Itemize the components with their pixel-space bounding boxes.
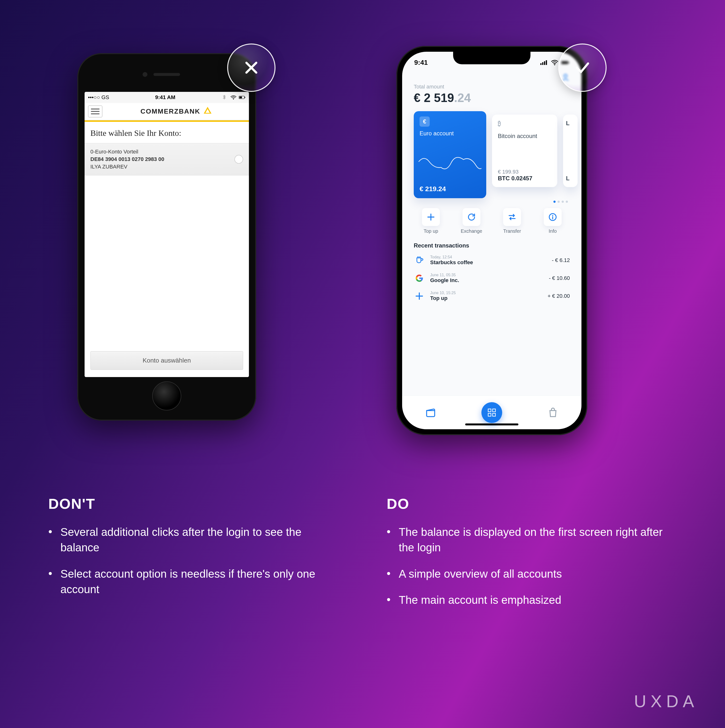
total-amount-label: Total amount — [402, 83, 581, 91]
account-option-row[interactable]: 0-Euro-Konto Vorteil DE84 3904 0013 0270… — [84, 143, 249, 176]
total-amount-value: € 2 519.24 — [402, 91, 581, 110]
plus-icon — [426, 213, 436, 222]
svg-rect-3 — [240, 96, 242, 98]
bank-logo: COMMERZBANK — [107, 106, 246, 117]
account-holder: ILYA ZUBAREV — [90, 163, 164, 171]
status-time: 9:41 AM — [155, 94, 176, 101]
prompt-heading: Bitte wählen Sie Ihr Konto: — [84, 122, 249, 143]
select-account-button[interactable]: Konto auswählen — [90, 351, 243, 370]
radio-unselected[interactable] — [234, 155, 243, 164]
do-bullet: The balance is displayed on the first sc… — [387, 524, 677, 555]
card-crypto-value: BTC 0.02457 — [498, 175, 552, 182]
do-bullet: A simple overview of all accounts — [387, 566, 677, 581]
brand-watermark: UXDA — [634, 692, 698, 711]
card-balance: € 219.24 — [419, 185, 480, 193]
transaction-amount: + € 20.00 — [548, 293, 570, 299]
info-icon — [548, 213, 557, 222]
dont-heading: DON'T — [48, 496, 338, 512]
refresh-icon — [467, 213, 476, 222]
svg-rect-5 — [542, 62, 543, 65]
transaction-row[interactable]: June 10, 15:25Top up + € 20.00 — [402, 287, 581, 305]
carrier-label: •••○○ GS — [88, 94, 109, 101]
battery-icon — [239, 95, 246, 100]
svg-rect-4 — [540, 63, 541, 65]
status-right-icons — [221, 95, 246, 100]
currency-chip: ₿ — [498, 120, 552, 127]
wifi-icon — [230, 95, 237, 100]
do-example-phone: 9:41 Total amount € 2 519.24 € — [396, 46, 587, 435]
svg-rect-6 — [544, 61, 545, 65]
transaction-row[interactable]: June 11, 05:35Google Inc. - € 10.60 — [402, 269, 581, 287]
menu-button[interactable] — [88, 106, 102, 118]
home-indicator[interactable] — [465, 424, 519, 425]
do-bullet: The main account is emphasized — [387, 592, 677, 608]
action-exchange[interactable]: Exchange — [456, 208, 487, 234]
carousel-dots — [402, 198, 581, 204]
currency-chip: € — [419, 116, 430, 127]
do-badge — [558, 43, 607, 92]
svg-rect-7 — [546, 60, 547, 65]
x-icon — [243, 59, 260, 76]
dont-badge — [227, 43, 275, 92]
ios-status-bar: •••○○ GS 9:41 AM — [84, 92, 249, 103]
euro-account-card[interactable]: € Euro account € 219.24 — [414, 111, 486, 198]
dont-column: DON'T Several additional clicks after th… — [48, 496, 338, 618]
svg-point-14 — [552, 215, 553, 216]
nav-shop[interactable] — [547, 407, 559, 419]
svg-rect-2 — [245, 97, 245, 98]
account-iban: DE84 3904 0013 0270 2983 00 — [90, 156, 164, 163]
action-transfer[interactable]: Transfer — [496, 208, 528, 234]
action-info[interactable]: Info — [537, 208, 568, 234]
svg-point-8 — [554, 64, 555, 65]
svg-rect-17 — [488, 413, 491, 416]
transaction-amount: - € 10.60 — [549, 275, 570, 281]
cup-icon — [414, 255, 425, 266]
cell-signal-icon — [540, 60, 548, 65]
notch — [453, 52, 531, 64]
check-icon — [574, 59, 591, 76]
nav-scan-button[interactable] — [482, 402, 502, 423]
dont-bullet: Several additional clicks after the logi… — [48, 524, 338, 555]
transaction-amount: - € 6.12 — [552, 257, 570, 263]
card-title: Euro account — [419, 130, 480, 137]
bank-name: COMMERZBANK — [141, 107, 200, 115]
status-time: 9:41 — [414, 59, 428, 66]
app-header: COMMERZBANK — [84, 103, 249, 120]
card-fiat-value: € 199.93 — [498, 169, 552, 175]
commerzbank-mark-icon — [203, 106, 213, 117]
card-title: Bitcoin account — [498, 133, 552, 139]
bitcoin-account-card[interactable]: ₿ Bitcoin account € 199.93 BTC 0.02457 — [492, 115, 557, 187]
do-heading: DO — [387, 496, 677, 512]
quick-actions-row: Top up Exchange Transfer Info — [402, 204, 581, 236]
action-topup[interactable]: Top up — [415, 208, 447, 234]
dont-bullet: Select account option is needless if the… — [48, 566, 338, 597]
dont-example-phone: •••○○ GS 9:41 AM COMMERZBANK — [77, 53, 256, 421]
svg-rect-15 — [488, 409, 491, 412]
wifi-icon — [551, 60, 559, 65]
swap-icon — [508, 213, 517, 222]
bluetooth-icon — [221, 95, 228, 100]
google-logo-icon — [414, 273, 425, 284]
sparkline-chart — [419, 141, 482, 185]
third-account-card-peek[interactable]: L L — [563, 115, 578, 187]
svg-rect-16 — [493, 409, 496, 412]
do-column: DO The balance is displayed on the first… — [387, 496, 677, 618]
svg-rect-18 — [493, 413, 496, 416]
nav-wallet[interactable] — [425, 407, 437, 419]
account-cards-carousel[interactable]: € Euro account € 219.24 ₿ Bitcoin accoun… — [402, 110, 581, 198]
svg-point-0 — [233, 99, 234, 99]
transaction-row[interactable]: Today, 12:54Starbucks coffee - € 6.12 — [402, 251, 581, 269]
plus-icon — [414, 291, 425, 302]
home-button[interactable] — [152, 381, 181, 410]
account-type: 0-Euro-Konto Vorteil — [90, 148, 164, 156]
recent-transactions-heading: Recent transactions — [402, 236, 581, 251]
